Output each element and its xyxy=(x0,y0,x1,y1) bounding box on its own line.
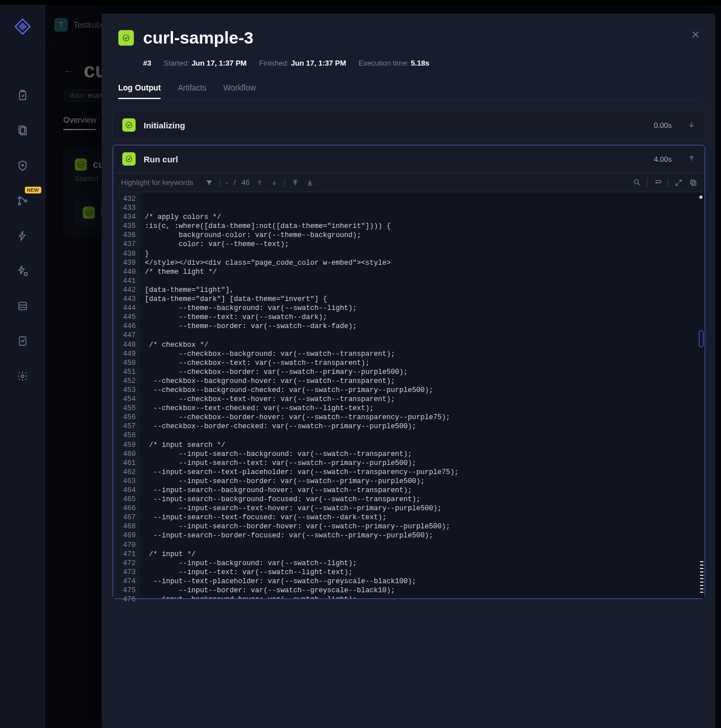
scroll-bottom-icon[interactable] xyxy=(305,178,314,187)
log-line-numbers: 432 433 434 435 436 437 438 439 440 441 … xyxy=(113,192,140,598)
match-position: - xyxy=(226,178,228,187)
svg-point-14 xyxy=(21,375,24,378)
expand-icon[interactable] xyxy=(674,178,683,187)
exec-time-label: Execution time: xyxy=(359,59,409,67)
step-run-curl: Run curl 4.00s - / 46 xyxy=(113,145,705,599)
close-icon[interactable] xyxy=(688,27,703,42)
nav-icon-files[interactable] xyxy=(15,123,30,138)
svg-line-23 xyxy=(638,183,640,185)
log-toolbar: - / 46 xyxy=(113,173,705,192)
svg-point-7 xyxy=(18,203,20,205)
arrow-up-icon[interactable] xyxy=(255,178,264,187)
finished-label: Finished: xyxy=(259,59,289,67)
execution-number: #3 xyxy=(143,59,151,67)
svg-rect-3 xyxy=(19,126,24,133)
finished-value: Jun 17, 1:37 PM xyxy=(291,59,347,67)
tab-workflow[interactable]: Workflow xyxy=(223,83,256,99)
search-icon[interactable] xyxy=(632,178,641,187)
copy-icon[interactable] xyxy=(689,178,698,187)
step-title: Initializing xyxy=(144,120,646,130)
step-initializing-header[interactable]: Initializing 0.00s xyxy=(113,111,705,139)
nav-icon-settings[interactable] xyxy=(15,369,30,384)
svg-point-5 xyxy=(21,165,23,166)
nav-icon-server[interactable] xyxy=(15,299,30,313)
nav-icon-branches[interactable] xyxy=(15,193,30,208)
svg-rect-25 xyxy=(690,180,694,184)
exec-time-value: 5.18s xyxy=(411,59,430,67)
status-success-icon xyxy=(122,152,136,166)
step-time: 4.00s xyxy=(654,155,672,163)
step-time: 0.00s xyxy=(654,121,672,130)
drawer-tabs: Log Output Artifacts Workflow xyxy=(118,83,700,100)
started-label: Started: xyxy=(163,59,189,67)
svg-rect-24 xyxy=(692,181,696,185)
arrow-down-icon[interactable] xyxy=(270,178,279,187)
nav-icon-clipboard[interactable] xyxy=(15,88,30,103)
minimap xyxy=(698,561,703,593)
log-output: 432 433 434 435 436 437 438 439 440 441 … xyxy=(113,192,705,598)
filter-icon[interactable] xyxy=(205,178,214,187)
execution-meta: #3 Started: Jun 17, 1:37 PM Finished: Ju… xyxy=(118,59,700,67)
tab-artifacts[interactable]: Artifacts xyxy=(178,83,206,99)
tab-log-output[interactable]: Log Output xyxy=(118,83,161,99)
drawer-title: curl-sample-3 xyxy=(143,28,253,48)
nav-icon-bolt-cog[interactable] xyxy=(15,264,30,278)
scroll-thumb[interactable] xyxy=(699,330,703,347)
logo-icon[interactable] xyxy=(13,17,32,36)
chevron-down-icon xyxy=(688,120,696,130)
match-total: 46 xyxy=(241,178,249,187)
wrap-icon[interactable] xyxy=(653,178,662,187)
svg-rect-2 xyxy=(19,92,25,100)
log-text[interactable]: /* apply colors */ :is(c, :where([data-t… xyxy=(140,192,705,598)
svg-rect-10 xyxy=(19,302,26,309)
svg-point-9 xyxy=(24,273,27,276)
highlight-input[interactable] xyxy=(120,178,199,187)
nav-icon-report[interactable] xyxy=(15,334,30,348)
step-initializing: Initializing 0.00s xyxy=(113,111,705,139)
svg-point-6 xyxy=(18,197,20,199)
chevron-up-icon xyxy=(688,154,696,164)
svg-rect-4 xyxy=(20,128,26,135)
svg-point-8 xyxy=(24,200,27,202)
svg-point-22 xyxy=(634,180,638,184)
execution-drawer: curl-sample-3 #3 Started: Jun 17, 1:37 P… xyxy=(102,14,715,728)
nav-icon-shield[interactable] xyxy=(15,158,30,173)
svg-marker-1 xyxy=(18,23,27,31)
started-value: Jun 17, 1:37 PM xyxy=(192,59,247,67)
nav-icon-bolt[interactable] xyxy=(15,229,30,243)
step-run-curl-header[interactable]: Run curl 4.00s xyxy=(113,145,705,173)
step-title: Run curl xyxy=(144,154,646,164)
scroll-rail[interactable] xyxy=(697,192,705,598)
status-success-icon xyxy=(122,118,136,132)
scroll-top-icon[interactable] xyxy=(291,178,300,187)
left-nav xyxy=(0,5,45,728)
status-success-icon xyxy=(118,30,134,46)
